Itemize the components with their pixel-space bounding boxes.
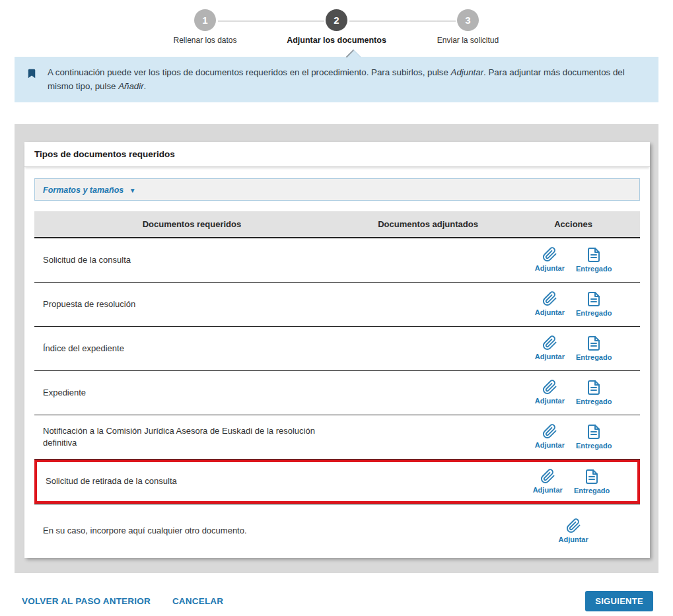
action-label: Adjuntar xyxy=(535,308,565,316)
document-icon xyxy=(586,291,602,307)
actions-cell: Adjuntar Entregado xyxy=(507,243,640,277)
action-label: Entregado xyxy=(576,265,612,273)
cancel-link[interactable]: CANCELAR xyxy=(172,596,223,606)
entregado-action[interactable]: Entregado xyxy=(576,291,612,317)
paperclip-icon xyxy=(566,518,581,533)
banner-text: A continuación puede ver los tipos de do… xyxy=(48,65,641,94)
action-label: Entregado xyxy=(576,397,612,405)
formats-toggle-label: Formatos y tamaños xyxy=(43,186,124,195)
paperclip-icon xyxy=(540,469,555,484)
paperclip-icon xyxy=(542,335,557,351)
back-to-previous-step-link[interactable]: VOLVER AL PASO ANTERIOR xyxy=(22,596,151,606)
entregado-action[interactable]: Entregado xyxy=(576,335,612,361)
actions-cell: Adjuntar Entregado xyxy=(505,465,637,498)
action-label: Entregado xyxy=(574,487,610,495)
paperclip-icon xyxy=(542,247,557,262)
action-label: Entregado xyxy=(576,353,612,361)
formats-and-sizes-toggle[interactable]: Formatos y tamaños ▼ xyxy=(34,178,640,201)
next-button[interactable]: SIGUIENTE xyxy=(585,591,653,611)
step-3-label: Enviar la solicitud xyxy=(402,36,534,45)
action-label: Adjuntar xyxy=(535,353,565,360)
footer-bar: VOLVER AL PASO ANTERIOR CANCELAR SIGUIEN… xyxy=(22,591,653,611)
table-header-row: Documentos requeridos Documentos adjunta… xyxy=(34,211,640,238)
step-1-circle: 1 xyxy=(194,9,216,31)
action-label: Adjuntar xyxy=(558,535,588,543)
highlighted-row-wrapper: Solicitud de retirada de la consulta Adj… xyxy=(34,460,640,504)
actions-cell: Adjuntar xyxy=(507,514,640,547)
document-name: Índice del expediente xyxy=(34,336,349,361)
document-name: Solicitud de la consulta xyxy=(34,248,349,273)
table-row: Índice del expediente Adjuntar Entregado xyxy=(34,327,640,371)
adjuntar-action[interactable]: Adjuntar xyxy=(535,247,565,272)
document-icon xyxy=(586,247,602,263)
table-row: En su caso, incorpore aquí cualquier otr… xyxy=(34,504,640,558)
document-name: En su caso, incorpore aquí cualquier otr… xyxy=(34,518,349,543)
paperclip-icon xyxy=(542,424,557,439)
required-documents-panel: Tipos de documentos requeridos Formatos … xyxy=(24,142,650,558)
document-name: Propuesta de resolución xyxy=(34,292,349,317)
banner-italic-anadir: Añadir xyxy=(118,81,143,91)
action-label: Adjuntar xyxy=(535,264,565,272)
table-row: Propuesta de resolución Adjuntar Entrega… xyxy=(34,283,640,327)
banner-italic-adjuntar: Adjuntar xyxy=(451,67,484,77)
action-label: Adjuntar xyxy=(535,441,565,449)
paperclip-icon xyxy=(542,380,557,395)
table-row: Solicitud de la consulta Adjuntar Entreg… xyxy=(34,238,640,283)
document-icon xyxy=(586,424,602,440)
entregado-action[interactable]: Entregado xyxy=(574,469,610,495)
adjuntar-action[interactable]: Adjuntar xyxy=(535,380,565,405)
documents-table: Documentos requeridos Documentos adjunta… xyxy=(34,211,640,558)
entregado-action[interactable]: Entregado xyxy=(576,424,612,450)
step-2-adjuntar[interactable]: 2 Adjuntar los documentos xyxy=(271,9,402,45)
header-documentos-adjuntados: Documentos adjuntados xyxy=(349,211,507,237)
step-2-circle: 2 xyxy=(326,9,347,31)
actions-cell: Adjuntar Entregado xyxy=(507,331,640,365)
banner-text-part1: A continuación puede ver los tipos de do… xyxy=(48,67,451,77)
action-label: Adjuntar xyxy=(535,397,565,405)
actions-cell: Adjuntar Entregado xyxy=(507,376,640,409)
chevron-down-icon: ▼ xyxy=(129,187,136,194)
step-1-rellenar[interactable]: 1 Rellenar los datos xyxy=(139,9,271,45)
table-row: Expediente Adjuntar Entregado xyxy=(34,371,640,415)
panel-body: Formatos y tamaños ▼ Documentos requerid… xyxy=(24,167,650,558)
table-row-highlighted: Solicitud de retirada de la consulta Adj… xyxy=(34,460,640,504)
step-3-circle: 3 xyxy=(457,9,479,31)
adjuntar-action[interactable]: Adjuntar xyxy=(535,424,565,449)
banner-caret xyxy=(346,50,361,65)
header-acciones: Acciones xyxy=(507,211,640,237)
adjuntar-action[interactable]: Adjuntar xyxy=(535,291,565,316)
action-label: Entregado xyxy=(576,442,612,450)
document-name: Expediente xyxy=(34,380,349,405)
actions-cell: Adjuntar Entregado xyxy=(507,420,640,454)
table-row: Notificación a la Comisión Jurídica Ases… xyxy=(34,415,640,460)
wizard-stepper: 1 Rellenar los datos 2 Adjuntar los docu… xyxy=(0,0,673,45)
document-icon xyxy=(586,380,602,395)
adjuntar-action[interactable]: Adjuntar xyxy=(535,335,565,360)
header-documentos-requeridos: Documentos requeridos xyxy=(34,211,349,237)
step-3-enviar[interactable]: 3 Enviar la solicitud xyxy=(402,9,534,45)
document-name: Notificación a la Comisión Jurídica Ases… xyxy=(34,419,349,455)
entregado-action[interactable]: Entregado xyxy=(576,247,612,273)
document-name: Solicitud de retirada de la consulta xyxy=(37,469,349,494)
info-banner: A continuación puede ver los tipos de do… xyxy=(15,57,658,102)
step-1-label: Rellenar los datos xyxy=(139,36,271,45)
paperclip-icon xyxy=(542,291,557,306)
content-section: Tipos de documentos requeridos Formatos … xyxy=(15,124,658,573)
actions-cell: Adjuntar Entregado xyxy=(507,287,640,321)
banner-text-part3: . xyxy=(144,81,147,91)
document-icon xyxy=(584,469,600,485)
adjuntar-action[interactable]: Adjuntar xyxy=(558,518,588,543)
document-icon xyxy=(586,335,602,351)
bookmark-icon xyxy=(26,67,38,94)
action-label: Adjuntar xyxy=(533,486,563,494)
entregado-action[interactable]: Entregado xyxy=(576,380,612,405)
adjuntar-action[interactable]: Adjuntar xyxy=(533,469,563,494)
action-label: Entregado xyxy=(576,309,612,317)
panel-title: Tipos de documentos requeridos xyxy=(24,142,650,167)
step-2-label: Adjuntar los documentos xyxy=(271,36,402,45)
